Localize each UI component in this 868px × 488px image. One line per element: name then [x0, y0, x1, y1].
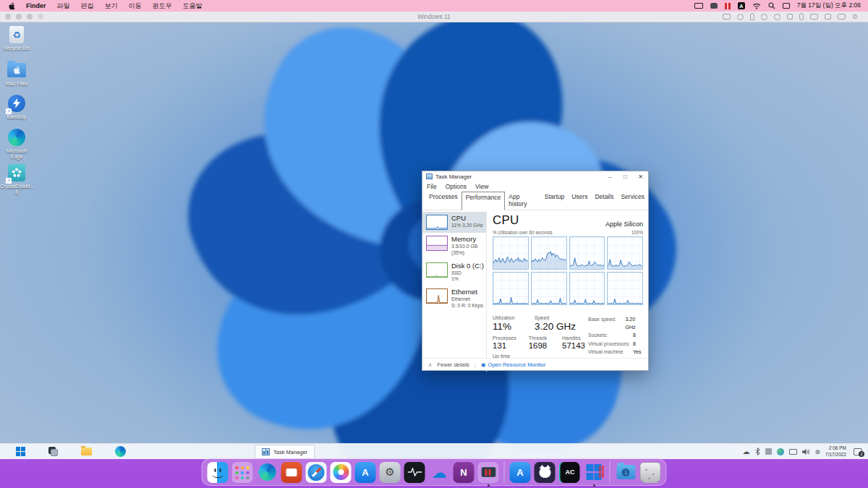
tab-app-history[interactable]: App history [505, 192, 540, 210]
network-icon[interactable] [774, 14, 780, 20]
tab-processes[interactable]: Processes [425, 192, 461, 210]
vm-settings-gear-icon[interactable]: ⚙ [852, 14, 858, 20]
open-resource-monitor-link[interactable]: ◉ Open Resource Monitor [481, 361, 545, 368]
core-chart-5[interactable] [493, 272, 529, 305]
dock-edge-icon[interactable] [257, 462, 278, 483]
dock-onedrive-icon[interactable]: ☁ [429, 462, 450, 483]
dock-system-preferences-icon[interactable]: ⚙ [380, 462, 401, 483]
tab-users[interactable]: Users [568, 192, 591, 210]
dock-photos-icon[interactable] [331, 462, 352, 483]
menubar-menu-go[interactable]: 이동 [129, 1, 142, 11]
edge-taskbar-icon[interactable] [115, 446, 126, 457]
sound-icon[interactable] [787, 14, 793, 20]
bluetooth-icon[interactable] [755, 448, 760, 455]
notification-center-icon[interactable]: 2 [854, 448, 862, 455]
desktop-icon-mac-files[interactable]: Mac Files [0, 61, 33, 87]
menubar-menu-edit[interactable]: 편집 [81, 1, 94, 11]
display-status-icon[interactable] [694, 3, 703, 9]
task-manager-titlebar[interactable]: Task Manager – □ ✕ [422, 171, 648, 181]
close-button[interactable]: ✕ [633, 174, 648, 180]
menubar-menu-window[interactable]: 윈도우 [153, 1, 172, 11]
shortcut-arrow-badge: ↗ [6, 108, 12, 114]
start-button[interactable] [16, 447, 25, 456]
dock-onenote-icon[interactable]: N [454, 462, 475, 483]
spotlight-search-icon[interactable] [768, 2, 775, 10]
desktop-icon-label2: Edge [11, 154, 22, 159]
dock-trash-icon[interactable] [640, 462, 661, 483]
menubar-app-name[interactable]: Finder [26, 2, 46, 9]
core-chart-4[interactable] [607, 236, 643, 270]
file-explorer-icon[interactable] [81, 448, 92, 455]
core-chart-7[interactable] [569, 272, 605, 305]
menu-view[interactable]: View [475, 183, 488, 190]
dock-parallels-desktop-icon[interactable] [478, 462, 499, 483]
dock-downloads-folder-icon[interactable]: ↓ [616, 462, 637, 483]
tab-performance[interactable]: Performance [461, 192, 506, 210]
fewer-details-button[interactable]: Fewer details [438, 361, 470, 368]
dock-safari-icon[interactable] [306, 462, 327, 483]
cd-icon[interactable] [761, 14, 767, 20]
shared-network-icon[interactable] [777, 448, 784, 455]
core-chart-2[interactable] [531, 236, 567, 270]
tab-startup[interactable]: Startup [541, 192, 568, 210]
app-status-icon[interactable] [710, 3, 718, 9]
parallels-status-icon[interactable] [725, 3, 731, 9]
dock-app-store-2-icon[interactable]: A [510, 462, 531, 483]
menubar-menu-help[interactable]: 도움말 [183, 1, 203, 11]
core-chart-1[interactable] [493, 236, 529, 270]
macos-menubar: Finder 파일 편집 보기 이동 윈도우 도움말 A 7월 17일 (일) … [0, 0, 868, 12]
printer-icon[interactable] [810, 14, 818, 20]
wifi-icon[interactable] [752, 2, 761, 10]
sidebar-item-memory[interactable]: Memory3.5/10.0 GB (35%) [422, 233, 486, 260]
volume-icon[interactable] [802, 448, 810, 455]
input-source-icon[interactable]: A [738, 2, 745, 9]
task-manager-app-icon [426, 174, 433, 179]
dock-finder-icon[interactable] [208, 462, 229, 483]
taskbar-clock[interactable]: 2:06 PM 7/17/2022 [825, 445, 846, 458]
usb-icon[interactable] [750, 13, 754, 20]
eject-tray-icon[interactable]: ⊗ [815, 448, 821, 455]
sidebar-item-cpu[interactable]: CPU11% 3.20 GHz [422, 212, 486, 233]
dock-launchpad-icon[interactable] [232, 462, 253, 483]
menubar-menu-view[interactable]: 보기 [105, 1, 118, 11]
minimize-button[interactable]: – [603, 174, 618, 180]
menubar-menu-file[interactable]: 파일 [57, 1, 70, 11]
menubar-clock[interactable]: 7월 17일 (일) 오후 2:06 [797, 1, 861, 10]
camera-icon[interactable] [825, 14, 831, 20]
sidebar-item-ethernet[interactable]: EthernetEthernetS: 0 R: 0 Kbps [422, 286, 486, 312]
desktop-icon-crystaldiskmark[interactable]: ↗ CrystalDiskM...8 [0, 163, 33, 195]
menu-file[interactable]: File [427, 183, 437, 190]
screenshot-icon[interactable] [838, 14, 846, 20]
dock-appcode-icon[interactable]: AC [559, 462, 580, 483]
sidebar-item-disk[interactable]: Disk 0 (C:)SSD1% [422, 260, 486, 286]
desktop-icon-edge[interactable]: MicrosoftEdge [0, 128, 33, 160]
tab-details[interactable]: Details [591, 192, 617, 210]
desktop-icon-recycle-bin[interactable]: ♻ Recycle Bin [0, 25, 33, 51]
handles-value: 57143 [562, 341, 585, 350]
core-chart-8[interactable] [607, 272, 643, 305]
task-view-icon[interactable] [48, 447, 58, 456]
power-icon[interactable] [737, 14, 744, 20]
control-center-icon[interactable] [783, 3, 790, 9]
maximize-button[interactable]: □ [618, 174, 633, 180]
tab-services[interactable]: Services [617, 192, 648, 210]
task-manager-taskbar-button[interactable]: Task Manager [255, 445, 315, 459]
menu-options[interactable]: Options [446, 183, 467, 190]
core-chart-3[interactable] [569, 236, 605, 270]
dock-remote-desktop-icon[interactable] [281, 462, 302, 483]
apple-logo-icon[interactable] [9, 2, 15, 10]
desktop-icon-bandizip[interactable]: ↗ Bandizip [0, 94, 33, 120]
keyboard-icon[interactable] [723, 14, 731, 20]
dock-activity-monitor-icon[interactable] [404, 462, 425, 483]
dock-github-desktop-icon[interactable] [535, 462, 556, 483]
utilization-label: Utilization [493, 315, 526, 320]
cpu-chip-name: Apple Silicon [605, 221, 643, 228]
display-tray-icon[interactable] [789, 449, 797, 455]
core-chart-6[interactable] [531, 272, 567, 305]
dock-windows-11-vm-icon[interactable] [584, 462, 605, 483]
dock-app-store-icon[interactable]: A [355, 462, 376, 483]
onedrive-tray-icon[interactable]: ☁ [743, 448, 750, 455]
desktop-icon-label: CrystalDiskM... [0, 184, 34, 189]
microphone-icon[interactable] [799, 13, 804, 20]
parallels-tools-icon[interactable] [765, 448, 772, 455]
